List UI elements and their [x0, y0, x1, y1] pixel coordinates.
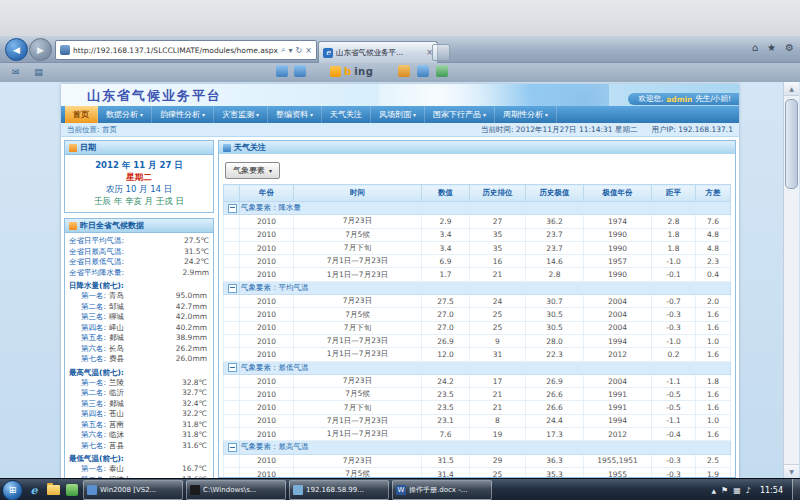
row-select-cell	[224, 414, 240, 427]
nav-item[interactable]: 国家下行产品▾	[425, 106, 495, 123]
toolbar-addon-icon[interactable]	[398, 65, 410, 77]
table-cell: 7月23日	[294, 454, 422, 467]
show-desktop-button[interactable]	[792, 479, 800, 500]
command-bar-left: ✉ ▤	[8, 65, 46, 79]
table-group-row[interactable]: 气象要素：降水量	[224, 202, 731, 215]
forward-icon: ▶	[37, 45, 44, 55]
feed-icon[interactable]: ▤	[31, 65, 46, 79]
share-icon[interactable]	[294, 65, 306, 77]
chevron-down-icon[interactable]: ▾	[289, 46, 293, 55]
table-group-row[interactable]: 气象要素：平均气温	[224, 281, 731, 294]
bing-icon	[330, 66, 341, 77]
tray-expand-icon[interactable]: ▲	[711, 487, 716, 494]
nav-item[interactable]: 灾害监测▾	[214, 106, 268, 123]
url-text[interactable]: http://192.168.137.1/SLCCLIMATE/modules/…	[73, 46, 278, 55]
table-cell: 25	[470, 467, 526, 478]
browser-forward-button[interactable]: ▶	[29, 38, 52, 61]
main-column: 天气关注 气象要素 ▾ 年份时间	[218, 140, 736, 478]
table-row[interactable]: 20107月23日24.21726.92004-1.11.8	[224, 374, 731, 387]
nav-item[interactable]: 整编资料▾	[268, 106, 322, 123]
taskbar-window-button[interactable]: 192.168.58.99...	[289, 480, 389, 500]
refresh-icon[interactable]: ↻	[296, 46, 303, 55]
table-cell: 2010	[240, 334, 294, 347]
table-header-cell: 时间	[294, 185, 422, 202]
rank-value: 32.7℃	[182, 388, 209, 399]
table-row[interactable]: 20107月下旬3.43523.719901.84.8	[224, 241, 731, 254]
tray-flag-icon[interactable]: ⚑	[721, 486, 728, 495]
welcome-username: admin	[666, 95, 692, 104]
table-row[interactable]: 20107月5候3.43523.719901.84.8	[224, 228, 731, 241]
favorites-star-icon[interactable]: ★	[767, 42, 776, 53]
toolbar-weather-icon[interactable]	[436, 65, 448, 77]
table-row[interactable]: 20107月5候27.02530.52004-0.31.6	[224, 308, 731, 321]
table-row[interactable]: 20107月5候31.42535.31955-0.31.9	[224, 467, 731, 478]
tray-network-icon[interactable]: ▦	[733, 486, 741, 495]
table-group-row[interactable]: 气象要素：最低气温	[224, 361, 731, 374]
tab-title: 山东省气候业务平...	[336, 48, 423, 58]
table-row[interactable]: 20101月1日—7月23日7.61917.32012-0.41.6	[224, 428, 731, 441]
table-row[interactable]: 20107月下旬23.52126.61991-0.51.6	[224, 401, 731, 414]
table-row[interactable]: 20101月1日—7月23日12.03122.320120.21.6	[224, 348, 731, 361]
vertical-scrollbar[interactable]: ▲ ▼	[783, 82, 799, 478]
table-row[interactable]: 20107月1日—7月23日26.9928.01994-1.01.0	[224, 334, 731, 347]
collapse-icon[interactable]	[228, 363, 237, 372]
nav-item[interactable]: 韵律性分析▾	[152, 106, 214, 123]
start-button[interactable]: ⊞	[2, 480, 23, 500]
stop-icon[interactable]: ×	[305, 46, 312, 55]
browser-tab[interactable]: e 山东省气候业务平... ×	[318, 41, 438, 63]
table-cell: 7月1日—7月23日	[294, 334, 422, 347]
mail-icon[interactable]: ✉	[8, 65, 23, 79]
table-group-row[interactable]: 气象要素：最高气温	[224, 441, 731, 454]
browser-back-button[interactable]: ◀	[5, 38, 28, 61]
taskbar-window-button[interactable]: W操作手册.docx -...	[392, 480, 492, 500]
table-row[interactable]: 20107月23日2.92736.219742.87.6	[224, 215, 731, 228]
taskbar-clock[interactable]: 11:54	[756, 486, 787, 495]
address-bar[interactable]: http://192.168.137.1/SLCCLIMATE/modules/…	[55, 40, 317, 60]
scrollbar-thumb[interactable]	[785, 99, 798, 189]
table-row[interactable]: 20107月23日31.52936.31955,1951-0.32.5	[224, 454, 731, 467]
collapse-icon[interactable]	[228, 204, 237, 213]
tray-volume-icon[interactable]: ♪	[746, 486, 751, 495]
taskbar-window-button[interactable]: Win2008 [VS2...	[83, 480, 183, 500]
collapse-icon[interactable]	[228, 443, 237, 452]
nav-item[interactable]: 周期性分析▾	[495, 106, 557, 123]
nav-item[interactable]: 数据分析▾	[98, 106, 152, 123]
table-row[interactable]: 20101月1日—7月23日1.7212.81990-0.10.4	[224, 268, 731, 281]
climate-rank-line: 第七名:莒县31.6℃	[69, 441, 209, 452]
nav-item-label: 天气关注	[330, 109, 362, 120]
table-row[interactable]: 20107月下旬27.02530.52004-0.31.6	[224, 321, 731, 334]
collapse-icon[interactable]	[228, 284, 237, 293]
table-row[interactable]: 20107月1日—7月23日23.1824.41994-1.11.0	[224, 414, 731, 427]
window-title: 操作手册.docx -...	[409, 485, 467, 495]
bing-logo[interactable]: b ing	[330, 66, 373, 77]
table-cell: 7.6	[696, 215, 731, 228]
quicklaunch-app-icon[interactable]	[64, 482, 80, 498]
scroll-down-icon[interactable]: ▼	[784, 464, 799, 478]
table-row[interactable]: 20107月23日27.52430.72004-0.72.0	[224, 295, 731, 308]
nav-item[interactable]: 首页	[65, 106, 98, 123]
rank-value: 26.2mm	[176, 344, 209, 355]
home-icon[interactable]: ⌂	[752, 42, 758, 53]
taskbar-window-button[interactable]: C:\Windows\s...	[186, 480, 286, 500]
table-cell: 7月5候	[294, 308, 422, 321]
table-cell: 1990	[584, 241, 652, 254]
nav-item[interactable]: 风场剖面▾	[371, 106, 425, 123]
scroll-up-icon[interactable]: ▲	[784, 82, 799, 96]
quicklaunch-explorer-icon[interactable]	[45, 482, 61, 498]
messenger-icon[interactable]	[276, 65, 288, 77]
nav-item-label: 首页	[73, 109, 89, 120]
element-filter-button[interactable]: 气象要素 ▾	[225, 162, 280, 179]
tools-gear-icon[interactable]: ⚙	[785, 42, 794, 53]
window-icon: W	[396, 485, 406, 495]
search-icon[interactable]: ⌕	[281, 45, 285, 55]
new-tab-button[interactable]	[432, 44, 450, 61]
table-cell: -0.5	[652, 388, 696, 401]
weather-table-body: 气象要素：降水量20107月23日2.92736.219742.87.62010…	[224, 202, 731, 479]
toolbar-translate-icon[interactable]	[417, 65, 429, 77]
nav-item[interactable]: 天气关注	[322, 106, 371, 123]
table-row[interactable]: 20107月5候23.52126.61991-0.51.6	[224, 388, 731, 401]
table-row[interactable]: 20107月1日—7月23日6.91614.61957-1.02.3	[224, 255, 731, 268]
browser-action-icons: ⌂ ★ ⚙	[752, 42, 794, 53]
quicklaunch-ie-icon[interactable]: e	[26, 482, 42, 498]
table-cell: 2010	[240, 454, 294, 467]
